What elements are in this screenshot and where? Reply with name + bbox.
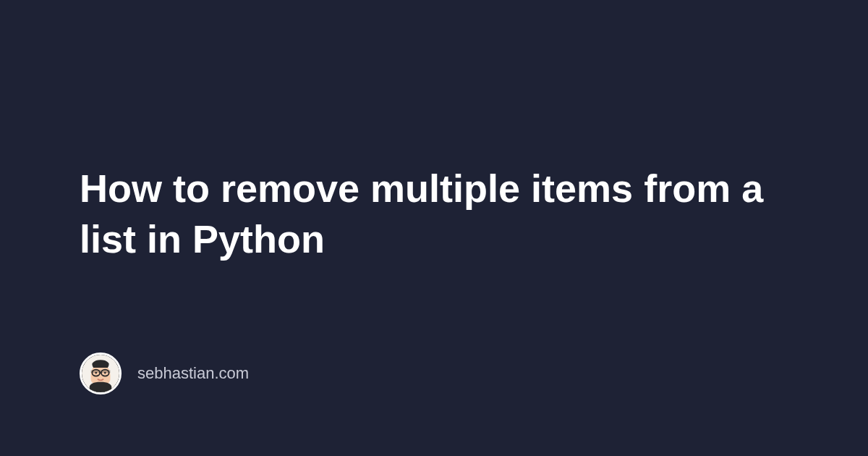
author-row: sebhastian.com (80, 352, 249, 394)
svg-point-4 (95, 372, 97, 374)
site-name: sebhastian.com (137, 364, 249, 383)
svg-point-5 (104, 372, 106, 374)
page-title: How to remove multiple items from a list… (80, 163, 788, 264)
avatar (80, 352, 122, 394)
